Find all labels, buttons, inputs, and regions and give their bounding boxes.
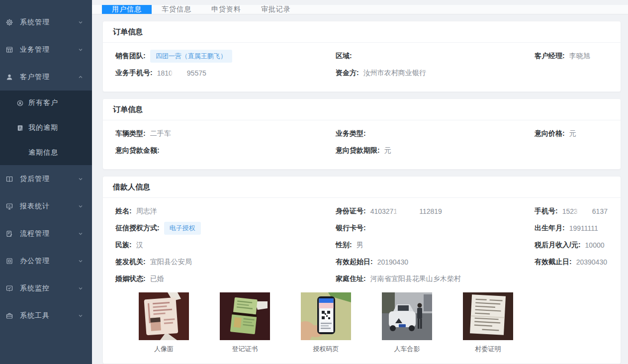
sidebar-item-system-management[interactable]: 系统管理 [0, 8, 92, 36]
sidebar-item-label: 所有客户 [28, 98, 92, 107]
documentation-icon [16, 124, 24, 132]
field-value: 李晓旭 [569, 52, 590, 61]
field-label: 业务类型: [336, 129, 366, 138]
field-value: 已婚 [150, 274, 164, 283]
field-label: 意向贷款期限: [336, 146, 380, 155]
field-funder: 资金方: 汝州市农村商业银行 [336, 69, 535, 78]
photo-caption: 授权码页 [313, 345, 339, 354]
field-label: 资金方: [336, 69, 359, 78]
sidebar-item-overdue-info[interactable]: 逾期信息 [0, 140, 92, 165]
field-intent-loan-amount: 意向贷款金额: [115, 146, 336, 155]
sidebar-item-label: 办公管理 [20, 257, 78, 266]
sidebar-item-label: 客户管理 [20, 73, 78, 82]
photo-caption: 人像面 [154, 345, 174, 354]
field-label: 出生年月: [535, 224, 565, 233]
photo-caption: 人车合影 [394, 345, 420, 354]
customer-management-submenu: 所有客户 我的逾期 逾期信息 [0, 91, 92, 165]
chevron-down-icon [78, 259, 83, 264]
field-credit-auth-method: 征信授权方式: 电子授权 [115, 222, 336, 235]
monitor-check-icon [5, 284, 13, 292]
field-intent-price: 意向价格: 元 [535, 129, 608, 138]
tab-approval-records[interactable]: 审批记录 [251, 5, 301, 14]
field-label: 意向贷款金额: [115, 146, 160, 155]
field-label: 销售团队: [115, 52, 146, 61]
sidebar-item-label: 系统工具 [20, 311, 78, 320]
field-label: 征信授权方式: [115, 224, 160, 233]
sidebar-item-my-overdue[interactable]: 我的逾期 [0, 115, 92, 140]
peoples-icon [16, 99, 24, 107]
borrower-info-card: 借款人信息 姓名: 周志洋 身份证号: 4103271112819 手机号: 1… [102, 176, 621, 364]
photo-item: 授权码页 [285, 292, 366, 354]
photo-item: 人像面 [123, 292, 204, 354]
green-certificate-photo[interactable] [220, 292, 270, 340]
sidebar-item-office-management[interactable]: 办公管理 [0, 247, 92, 274]
toolbox-icon [5, 312, 13, 320]
field-business-phone: 业务手机号: 181095575 [115, 69, 336, 78]
sidebar-item-process-management[interactable]: 流程管理 [0, 220, 92, 247]
sidebar-item-postloan-management[interactable]: 贷后管理 [0, 165, 92, 192]
field-label: 签发机关: [115, 258, 146, 267]
chevron-down-icon [78, 286, 83, 291]
tab-user-info[interactable]: 用户信息 [102, 5, 152, 14]
field-label: 性别: [336, 241, 352, 250]
field-ethnicity: 民族: 汉 [115, 241, 336, 250]
field-intent-loan-term: 意向贷款期限: 元 [336, 146, 535, 155]
sidebar-item-all-customers[interactable]: 所有客户 [0, 91, 92, 115]
field-label: 税后月收入/元: [535, 241, 581, 250]
detail-tabbar: 用户信息 车贷信息 申贷资料 审批记录 [92, 5, 628, 14]
field-value: 181095575 [157, 69, 206, 77]
redaction-blur [398, 207, 419, 215]
id-card-photo[interactable] [139, 292, 189, 340]
tab-loan-application-materials[interactable]: 申贷资料 [201, 5, 251, 14]
sidebar-item-system-tools[interactable]: 系统工具 [0, 302, 92, 329]
field-value: 河南省宜阳县花果山乡木柴村 [370, 274, 461, 283]
photo-item: 登记证书 [204, 292, 285, 354]
field-account-manager: 客户经理: 李晓旭 [535, 52, 608, 61]
field-value: 周志洋 [136, 207, 157, 216]
photo-item: 村委证明 [448, 292, 529, 354]
sidebar-item-label: 系统监控 [20, 284, 78, 293]
field-valid-from: 有效起始日: 20190430 [336, 258, 535, 267]
field-label: 有效起始日: [336, 258, 373, 267]
tab-label: 车贷信息 [162, 5, 191, 14]
tab-label: 审批记录 [261, 5, 291, 14]
sidebar-item-system-monitor[interactable]: 系统监控 [0, 274, 92, 302]
tab-car-loan-info[interactable]: 车贷信息 [152, 5, 201, 14]
field-label: 姓名: [115, 207, 132, 216]
field-value: 4103271112819 [370, 207, 442, 215]
person-car-photo[interactable] [382, 292, 432, 340]
field-value: 10000 [585, 241, 605, 249]
card-title: 借款人信息 [103, 177, 621, 198]
field-label: 客户经理: [535, 52, 565, 61]
field-label: 区域: [336, 52, 352, 61]
field-birth-date: 出生年月: 19911111 [535, 224, 608, 233]
field-value: 二手车 [150, 129, 171, 138]
sidebar-item-label: 业务管理 [20, 45, 78, 54]
card-title: 订单信息 [103, 99, 621, 120]
sidebar-item-business-management[interactable]: 业务管理 [0, 36, 92, 63]
chevron-up-icon [78, 75, 83, 80]
main-area: 用户信息 车贷信息 申贷资料 审批记录 订单信息 销售团队: 四团一营（直属王鹏… [92, 0, 628, 364]
field-issuing-authority: 签发机关: 宜阳县公安局 [115, 258, 336, 267]
field-label: 婚姻状态: [115, 274, 146, 283]
paper-document-photo[interactable] [463, 292, 513, 340]
chart-monitor-icon [5, 202, 13, 210]
photo-caption: 登记证书 [232, 345, 258, 354]
field-value: 汝州市农村商业银行 [363, 69, 426, 78]
field-label: 民族: [115, 241, 132, 250]
photo-caption: 村委证明 [475, 345, 501, 354]
field-value: 汉 [136, 241, 143, 250]
field-label: 车辆类型: [115, 129, 146, 138]
sidebar-item-report-statistics[interactable]: 报表统计 [0, 192, 92, 220]
field-value: 男 [357, 241, 363, 250]
field-valid-to: 有效截止日: 20390430 [535, 258, 608, 267]
field-label: 手机号: [535, 207, 558, 216]
sidebar-item-customer-management[interactable]: 客户管理 [0, 63, 92, 91]
phone-qr-photo[interactable] [301, 292, 351, 340]
field-region: 区域: [336, 52, 535, 61]
redaction-blur [578, 207, 592, 215]
gear-icon [5, 18, 13, 26]
sidebar: 系统管理 业务管理 客户管理 [0, 0, 92, 364]
field-gender: 性别: 男 [336, 241, 535, 250]
sales-team-tag[interactable]: 四团一营（直属王鹏飞） [150, 50, 232, 63]
